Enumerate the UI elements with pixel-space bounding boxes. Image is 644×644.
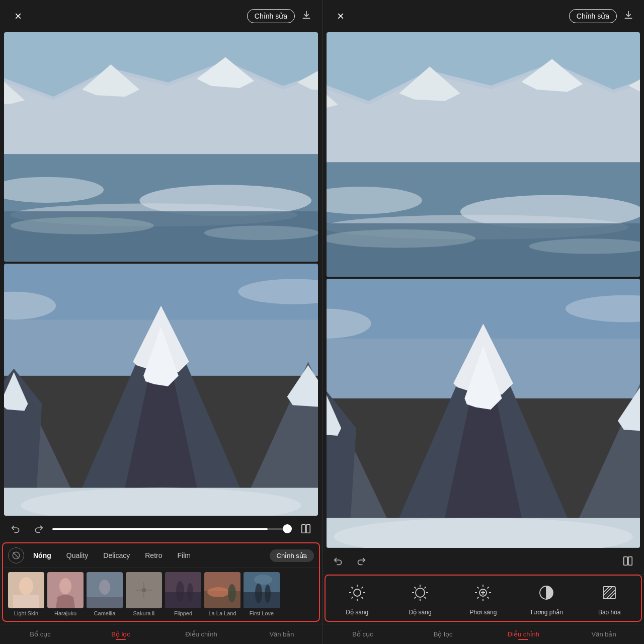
right-image-top [327, 32, 640, 277]
right-bottom-panel: Độ sáng [323, 574, 644, 644]
filter-firstlove[interactable]: First Love [244, 572, 280, 617]
brightness-icon-1 [345, 581, 369, 605]
svg-point-48 [187, 583, 193, 601]
filter-tab-film[interactable]: Film [171, 549, 196, 562]
svg-point-55 [255, 583, 262, 603]
svg-line-121 [603, 587, 609, 593]
svg-rect-88 [628, 557, 632, 566]
right-header: × Chỉnh sửa [323, 0, 644, 32]
left-image-area [0, 32, 322, 516]
left-slider[interactable] [52, 528, 292, 530]
left-nav-vanban[interactable]: Văn bản [242, 624, 322, 644]
svg-point-47 [176, 581, 184, 601]
adjust-bao-hoa[interactable]: Bão hòa [589, 581, 629, 616]
adjust-tuong-phan-label: Tương phản [530, 609, 563, 616]
filter-laland[interactable]: La La Land [204, 572, 240, 617]
filter-light-skin-label: Light Skin [14, 610, 38, 616]
left-panel: × Chỉnh sửa [0, 0, 322, 644]
svg-line-125 [603, 587, 615, 599]
svg-point-13 [204, 226, 318, 240]
contrast-icon [534, 581, 558, 605]
svg-point-56 [265, 585, 271, 603]
filter-light-skin-thumb [8, 572, 44, 608]
filter-laland-label: La La Land [208, 610, 236, 616]
right-toolbar [323, 548, 644, 574]
left-filter-section: Nóng Quality Delicacy Retro Film Chỉnh s… [2, 542, 320, 622]
adjust-do-sang-1[interactable]: Độ sáng [337, 581, 377, 616]
right-bottom-nav: Bố cục Bộ lọc Điều chỉnh Văn bản [323, 624, 644, 644]
right-chinh-sua-button[interactable]: Chỉnh sửa [569, 9, 617, 23]
right-undo-button[interactable] [331, 553, 347, 569]
svg-line-124 [609, 593, 615, 599]
right-download-button[interactable] [623, 9, 634, 23]
filter-sakura-thumb [126, 572, 162, 608]
adjust-do-sang-1-label: Độ sáng [346, 609, 368, 616]
left-chinh-sua-button[interactable]: Chỉnh sửa [247, 9, 295, 23]
adjust-phoi-sang[interactable]: Phơi sáng [463, 581, 503, 616]
right-close-button[interactable]: × [333, 8, 349, 24]
svg-point-57 [254, 575, 272, 585]
left-download-button[interactable] [301, 9, 312, 23]
left-nav-boloc[interactable]: Bộ lọc [80, 624, 161, 644]
svg-line-113 [488, 597, 489, 599]
filter-chinh-sua-button[interactable]: Chỉnh sửa [270, 549, 314, 562]
svg-line-96 [361, 587, 363, 589]
svg-point-37 [59, 578, 71, 594]
left-nav-dieuchinch[interactable]: Điều chỉnh [161, 624, 242, 644]
right-redo-button[interactable] [353, 553, 369, 569]
adjust-do-sang-2[interactable]: Độ sáng [400, 581, 440, 616]
svg-line-112 [477, 587, 479, 589]
right-nav-bocuc[interactable]: Bố cục [323, 624, 403, 644]
svg-rect-35 [13, 595, 39, 608]
filter-laland-thumb [204, 572, 240, 608]
right-split-button[interactable] [620, 553, 636, 569]
filter-sakura[interactable]: Sakura Ⅱ [126, 572, 162, 617]
filter-tab-quality[interactable]: Quality [60, 549, 95, 562]
filter-harajuku-label: Harajuku [54, 610, 76, 616]
right-adjust-section: Độ sáng [325, 575, 642, 622]
left-bottom-panel: Nóng Quality Delicacy Retro Film Chỉnh s… [0, 542, 322, 644]
filter-camellia-thumb [87, 572, 123, 608]
left-undo-button[interactable] [8, 521, 24, 537]
right-panel: × Chỉnh sửa [322, 0, 644, 644]
svg-line-32 [13, 552, 19, 558]
left-close-button[interactable]: × [10, 8, 26, 24]
right-nav-vanban[interactable]: Văn bản [564, 624, 644, 644]
svg-line-115 [477, 597, 479, 599]
filter-tab-retro[interactable]: Retro [139, 549, 168, 562]
svg-point-51 [207, 587, 229, 597]
right-nav-boloc[interactable]: Bộ lọc [403, 624, 484, 644]
svg-rect-40 [87, 597, 123, 608]
filter-tab-nong[interactable]: Nóng [27, 549, 57, 562]
filter-firstlove-thumb [244, 572, 280, 608]
svg-rect-30 [306, 525, 310, 533]
svg-point-98 [416, 588, 425, 597]
left-toolbar [0, 516, 322, 542]
filter-harajuku-thumb [47, 572, 84, 608]
filter-camellia[interactable]: Camellia [87, 572, 123, 617]
adjust-do-sang-2-label: Độ sáng [409, 609, 432, 616]
left-nav-bocuc[interactable]: Bố cục [0, 624, 80, 644]
left-header: × Chỉnh sửa [0, 0, 322, 32]
svg-line-97 [351, 597, 353, 599]
adjust-tuong-phan[interactable]: Tương phản [526, 581, 567, 616]
left-header-right: Chỉnh sửa [247, 9, 312, 23]
right-header-right: Chỉnh sửa [569, 9, 634, 23]
right-adjust-items: Độ sáng [326, 576, 641, 621]
filter-flipped[interactable]: Flipped [165, 572, 201, 617]
svg-point-89 [354, 589, 361, 596]
svg-line-105 [425, 587, 426, 589]
left-filter-tabs: Nóng Quality Delicacy Retro Film Chỉnh s… [3, 543, 319, 568]
svg-line-103 [415, 587, 416, 589]
filter-sakura-label: Sakura Ⅱ [133, 610, 155, 617]
left-redo-button[interactable] [30, 521, 46, 537]
filter-light-skin[interactable]: Light Skin [8, 572, 44, 617]
left-bottom-nav: Bố cục Bộ lọc Điều chỉnh Văn bản [0, 624, 322, 644]
left-split-button[interactable] [298, 521, 314, 537]
left-image-bottom [4, 264, 318, 516]
filter-harajuku[interactable]: Harajuku [47, 572, 84, 617]
no-filter-button[interactable] [8, 547, 24, 564]
filter-tab-delicacy[interactable]: Delicacy [97, 549, 136, 562]
svg-point-34 [19, 577, 33, 595]
right-nav-dieuchinch[interactable]: Điều chỉnh [484, 624, 564, 644]
